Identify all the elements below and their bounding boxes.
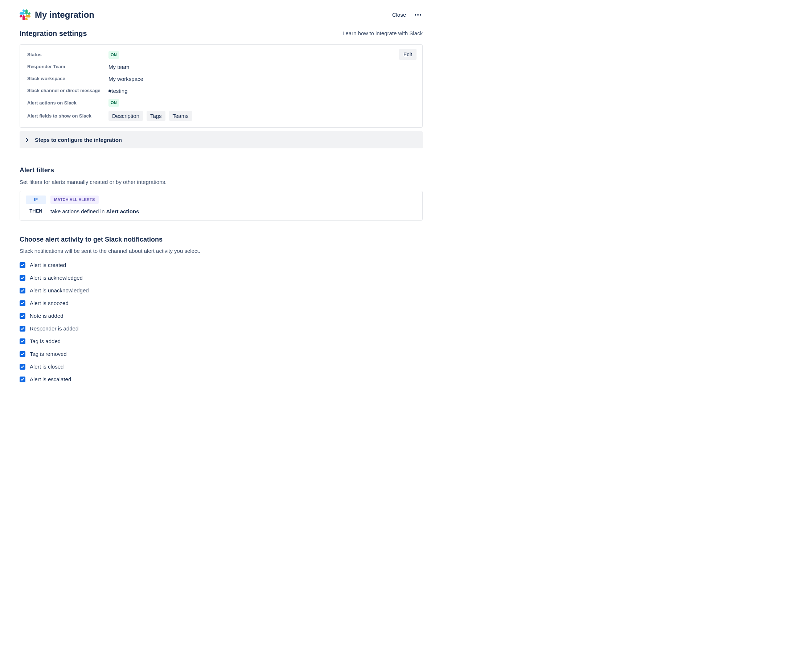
- activity-item: Alert is created: [20, 261, 423, 269]
- team-label: Responder Team: [27, 63, 109, 70]
- checkbox-label: Alert is acknowledged: [30, 274, 83, 282]
- checkbox[interactable]: [20, 351, 25, 357]
- fields-tags: Description Tags Teams: [109, 111, 195, 121]
- status-label: Status: [27, 51, 109, 58]
- channel-value: #testing: [109, 87, 128, 95]
- channel-label: Slack channel or direct message: [27, 87, 109, 94]
- activity-item: Tag is removed: [20, 350, 423, 358]
- activity-item: Alert is escalated: [20, 376, 423, 383]
- more-icon[interactable]: [413, 13, 423, 17]
- activity-list: Alert is createdAlert is acknowledgedAle…: [20, 261, 423, 383]
- activity-item: Alert is unacknowledged: [20, 287, 423, 294]
- title-wrap: My integration: [20, 9, 94, 21]
- checkbox-label: Alert is unacknowledged: [30, 287, 89, 294]
- close-button[interactable]: Close: [392, 12, 406, 18]
- activity-item: Tag is added: [20, 337, 423, 345]
- activity-item: Note is added: [20, 312, 423, 320]
- if-pill: IF: [26, 196, 46, 204]
- checkbox-label: Alert is snoozed: [30, 299, 69, 307]
- page-title: My integration: [35, 9, 94, 21]
- settings-heading: Integration settings: [20, 28, 87, 38]
- activity-item: Alert is snoozed: [20, 299, 423, 307]
- activity-desc: Slack notifications will be sent to the …: [20, 247, 423, 255]
- activity-item: Alert is acknowledged: [20, 274, 423, 282]
- team-row: Responder Team My team: [27, 63, 415, 71]
- checkbox[interactable]: [20, 338, 25, 344]
- field-tag: Description: [109, 111, 143, 121]
- checkbox-label: Tag is removed: [30, 350, 67, 358]
- checkbox[interactable]: [20, 288, 25, 293]
- fields-row: Alert fields to show on Slack Descriptio…: [27, 111, 415, 121]
- activity-section: Choose alert activity to get Slack notif…: [20, 235, 423, 383]
- settings-card: Edit Status ON Responder Team My team Sl…: [20, 44, 423, 128]
- checkbox[interactable]: [20, 313, 25, 319]
- actions-label: Alert actions on Slack: [27, 100, 109, 106]
- workspace-row: Slack workspace My workspace: [27, 75, 415, 83]
- activity-item: Responder is added: [20, 325, 423, 332]
- filter-then-row: THEN take actions defined in Alert actio…: [26, 208, 416, 215]
- then-text-bold: Alert actions: [106, 208, 139, 214]
- checkbox[interactable]: [20, 364, 25, 369]
- status-badge: ON: [109, 51, 119, 59]
- channel-row: Slack channel or direct message #testing: [27, 87, 415, 95]
- learn-link[interactable]: Learn how to integrate with Slack: [343, 30, 423, 37]
- team-value: My team: [109, 63, 130, 71]
- checkbox[interactable]: [20, 262, 25, 268]
- workspace-value: My workspace: [109, 75, 143, 83]
- checkbox-label: Responder is added: [30, 325, 78, 332]
- checkbox-label: Alert is created: [30, 261, 66, 269]
- steps-expand-bar[interactable]: Steps to configure the integration: [20, 131, 423, 148]
- then-text-prefix: take actions defined in: [50, 208, 106, 214]
- actions-row: Alert actions on Slack ON: [27, 99, 415, 107]
- settings-heading-row: Integration settings Learn how to integr…: [20, 28, 423, 38]
- steps-label: Steps to configure the integration: [35, 136, 122, 143]
- checkbox[interactable]: [20, 275, 25, 281]
- edit-button[interactable]: Edit: [399, 49, 416, 60]
- filters-heading: Alert filters: [20, 166, 423, 175]
- match-pill: MATCH ALL ALERTS: [50, 196, 99, 204]
- filters-desc: Set filters for alerts manually created …: [20, 178, 423, 186]
- chevron-right-icon: [25, 138, 29, 142]
- then-label: THEN: [26, 208, 46, 214]
- filter-card: IF MATCH ALL ALERTS THEN take actions de…: [20, 191, 423, 221]
- fields-label: Alert fields to show on Slack: [27, 113, 109, 119]
- then-text: take actions defined in Alert actions: [50, 208, 139, 215]
- page-header: My integration Close: [20, 9, 423, 21]
- status-row: Status ON: [27, 51, 415, 59]
- checkbox[interactable]: [20, 300, 25, 306]
- field-tag: Teams: [169, 111, 192, 121]
- checkbox-label: Note is added: [30, 312, 63, 320]
- actions-badge: ON: [109, 99, 119, 107]
- workspace-label: Slack workspace: [27, 76, 109, 82]
- slack-icon: [20, 10, 30, 20]
- checkbox-label: Alert is escalated: [30, 376, 71, 383]
- field-tag: Tags: [147, 111, 165, 121]
- header-actions: Close: [392, 12, 423, 18]
- activity-heading: Choose alert activity to get Slack notif…: [20, 235, 423, 244]
- checkbox[interactable]: [20, 376, 25, 382]
- activity-item: Alert is closed: [20, 363, 423, 370]
- checkbox-label: Alert is closed: [30, 363, 63, 370]
- filter-if-row: IF MATCH ALL ALERTS: [26, 196, 416, 204]
- checkbox[interactable]: [20, 326, 25, 331]
- checkbox-label: Tag is added: [30, 337, 61, 345]
